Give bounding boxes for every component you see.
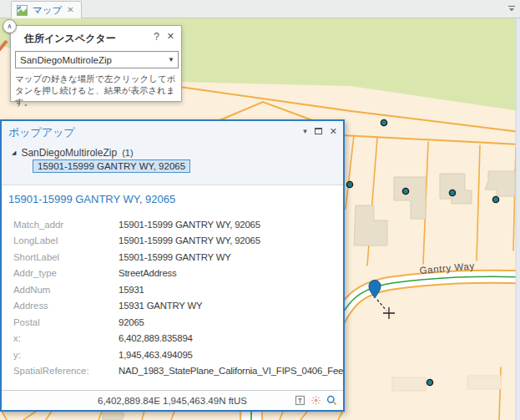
popup-dock-icon[interactable] [315, 128, 322, 134]
chevron-down-icon: ▼ [164, 56, 178, 63]
selected-result-item[interactable]: 15901-15999 GANTRY WY, 92065 [33, 159, 190, 173]
tab-map-label: マップ [33, 4, 62, 17]
tab-overflow-icon [507, 5, 516, 13]
app-window: Gantry Way マップ ✕ [0, 0, 520, 420]
layer-feature-count: (1) [122, 148, 133, 158]
field-label: Address [13, 301, 119, 311]
tree-expand-icon[interactable]: ◢ [12, 149, 16, 156]
table-row: ShortLabel 15901-15999 GANTRY WY [2, 249, 343, 266]
table-row: y: 1,945,463.494095 [2, 347, 343, 363]
chevron-up-icon: ∧ [8, 23, 13, 30]
road-gantry-way [332, 276, 520, 334]
table-row: AddNum 15931 [2, 281, 343, 298]
close-icon[interactable]: ✕ [167, 31, 174, 42]
table-row: x: 6,402,889.835894 [2, 331, 343, 347]
field-value: 15931 [119, 285, 144, 295]
popup-title: ポップアップ [8, 125, 75, 140]
table-row: Addr_type StreetAddress [2, 266, 343, 282]
crosshair-icon [383, 307, 395, 319]
table-row: Postal 92065 [2, 314, 343, 331]
table-row: LongLabel 15901-15999 GANTRY WY, 92065 [2, 233, 343, 250]
popup-close-icon[interactable]: ✕ [330, 127, 337, 136]
field-label: LongLabel [13, 235, 119, 245]
locator-dropdown-value: SanDiegoMultiroleZip [16, 55, 164, 65]
map-tab-icon [17, 5, 28, 16]
field-label: Addr_type [13, 268, 119, 278]
popup-window-controls: ▾ ✕ [303, 125, 337, 137]
select-extent-icon[interactable] [295, 395, 305, 406]
popup-status-bar: 6,402,889.84E 1,945,463.49N ftUS [2, 390, 343, 410]
address-point-dots [346, 119, 498, 385]
overlay-collapse-button[interactable]: ∧ [3, 19, 17, 33]
address-inspector-title: 住所インスペクター [24, 32, 116, 46]
popup-menu-caret-icon[interactable]: ▾ [303, 127, 307, 135]
inspector-instructions: マップの好きな場所で左クリックしてボタンを押し続けると、結果が表示されます。 [15, 73, 179, 108]
address-inspector-panel: 住所インスペクター ? ✕ SanDiegoMultiroleZip ▼ マップ… [10, 25, 182, 102]
tab-overflow-button[interactable] [507, 3, 517, 13]
popup-panel: ポップアップ ▾ ✕ ◢ SanDiegoMultiroleZip (1) 15… [0, 119, 345, 412]
status-bar-icons [295, 395, 337, 406]
field-label: AddNum [13, 285, 119, 295]
popup-layer-tree-item[interactable]: ◢ SanDiegoMultiroleZip (1) [12, 147, 134, 159]
field-value: 15901-15999 GANTRY WY, 92065 [119, 220, 260, 230]
zoom-to-icon[interactable] [326, 395, 337, 406]
address-inspector-header: 住所インスペクター ? ✕ [11, 26, 181, 48]
popup-header[interactable]: ポップアップ ▾ ✕ [2, 121, 343, 143]
pin-leader-line [377, 300, 386, 311]
field-value: 15931 GANTRY WY [119, 301, 202, 311]
table-row: SpatialReference: NAD_1983_StatePlane_Ca… [2, 363, 343, 380]
field-value: StreetAddress [119, 268, 177, 278]
help-icon[interactable]: ? [154, 31, 159, 43]
field-label: ShortLabel [13, 252, 119, 262]
field-label: x: [13, 333, 119, 343]
flash-location-icon[interactable] [310, 395, 321, 406]
tab-close-icon[interactable]: ✕ [67, 6, 73, 14]
field-value: 1,945,463.494095 [119, 350, 193, 360]
field-value: 15901-15999 GANTRY WY, 92065 [119, 235, 260, 245]
field-value: 15901-15999 GANTRY WY [119, 252, 231, 262]
layer-name: SanDiegoMultiroleZip [21, 147, 117, 159]
field-label: SpatialReference: [13, 366, 119, 376]
coordinate-readout: 6,402,889.84E 1,945,463.49N ftUS [98, 396, 247, 406]
field-value: NAD_1983_StatePlane_California_VI_FIPS_0… [119, 366, 343, 376]
locator-dropdown[interactable]: SanDiegoMultiroleZip ▼ [15, 51, 179, 68]
popup-body: 15901-15999 GANTRY WY, 92065 Match_addr … [2, 185, 343, 410]
field-label: Postal [13, 317, 119, 327]
attribute-table: Match_addr 15901-15999 GANTRY WY, 92065 … [2, 216, 343, 379]
tab-map[interactable]: マップ ✕ [11, 1, 82, 18]
field-value: 92065 [119, 317, 144, 327]
result-heading: 15901-15999 GANTRY WY, 92065 [2, 185, 343, 205]
map-right-edge-strip [516, 18, 520, 420]
table-row: Match_addr 15901-15999 GANTRY WY, 92065 [2, 216, 343, 233]
view-tab-bar: マップ ✕ [0, 0, 520, 18]
field-label: Match_addr [13, 220, 119, 230]
field-value: 6,402,889.835894 [119, 333, 193, 343]
table-row: Address 15931 GANTRY WY [2, 298, 343, 315]
field-label: y: [13, 350, 119, 360]
